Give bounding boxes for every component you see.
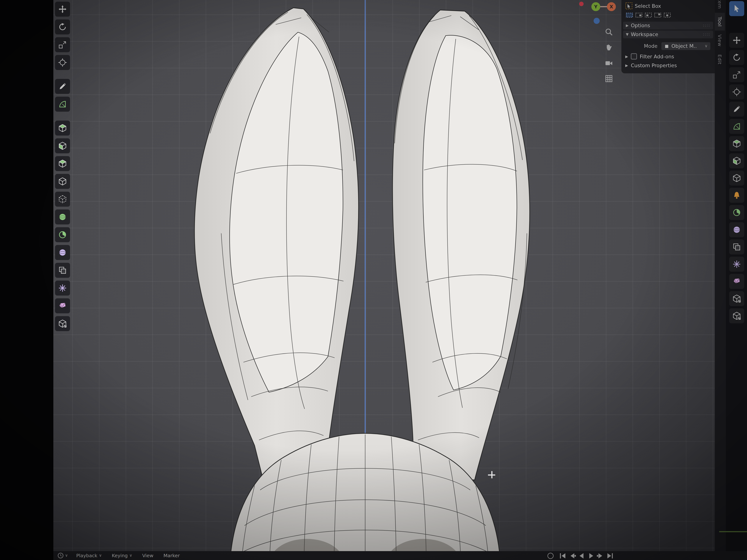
cube-tool-3[interactable] xyxy=(55,156,70,171)
y-axis-floor-line xyxy=(719,531,747,532)
transform-icon xyxy=(732,88,741,96)
select-mode-extend[interactable] xyxy=(635,11,643,19)
pie-tool[interactable] xyxy=(55,227,70,242)
sidebar-tab-tool[interactable]: Tool xyxy=(715,13,725,31)
select-mode-subtract[interactable] xyxy=(644,11,652,19)
axis-x-label: X xyxy=(610,4,613,9)
axis-x-neg-ball[interactable] xyxy=(579,2,584,6)
rotate-icon xyxy=(58,23,67,31)
screenshot-root: Y X Select Box ▶ Options :::: ▼ Workspa xyxy=(0,0,747,560)
filter-addons-checkbox[interactable] xyxy=(631,53,637,59)
select-mode-row xyxy=(621,10,715,21)
menu-marker[interactable]: Marker xyxy=(158,553,185,558)
viewport-3d[interactable] xyxy=(53,0,715,551)
add-cube-tool[interactable] xyxy=(55,121,70,136)
active-tool-title: Select Box xyxy=(635,3,661,9)
scale-tool-2[interactable] xyxy=(729,67,744,82)
nav-gizmo[interactable]: Y X xyxy=(578,0,622,26)
duplicate-tool[interactable] xyxy=(55,263,70,278)
axis-y-ball[interactable]: Y xyxy=(591,2,600,11)
bell-tool[interactable] xyxy=(729,188,744,203)
menu-label: Marker xyxy=(163,553,180,558)
cube-icon xyxy=(58,177,67,186)
snowflake-tool[interactable] xyxy=(55,281,70,296)
sidebar-tab-view[interactable]: View xyxy=(715,31,725,50)
filter-addons-row[interactable]: ▶ Filter Add-ons xyxy=(621,52,715,61)
cube-arrow-tool-2[interactable] xyxy=(729,291,744,306)
jump-end-button[interactable] xyxy=(607,552,614,559)
axis-x-ball[interactable]: X xyxy=(607,2,616,11)
scale-tool[interactable] xyxy=(55,37,70,52)
custom-properties-row[interactable]: ▶ Custom Properties xyxy=(621,61,715,70)
transform-icon xyxy=(58,58,67,67)
zoom-button[interactable] xyxy=(603,27,614,37)
camera-button[interactable] xyxy=(603,58,614,68)
duplicate-tool-2[interactable] xyxy=(729,239,744,255)
rotate-tool-2[interactable] xyxy=(729,50,744,65)
measure-tool[interactable] xyxy=(55,97,70,112)
cubeFace-icon xyxy=(732,157,741,165)
sidebar-tab-edit[interactable]: Edit xyxy=(715,51,725,68)
cube-arrow-tool[interactable] xyxy=(55,316,70,331)
collapse-arrow-icon: ▶ xyxy=(625,63,628,68)
next-keyframe-button[interactable] xyxy=(597,552,604,559)
cube-tool-2[interactable] xyxy=(55,138,70,153)
annotate-tool-2[interactable] xyxy=(729,102,744,117)
pie-icon xyxy=(732,208,741,217)
sphere-tool-2[interactable] xyxy=(729,222,744,237)
rotate-tool[interactable] xyxy=(55,20,70,34)
auto-keying-button[interactable] xyxy=(547,553,553,559)
metaball-tool[interactable] xyxy=(55,209,70,224)
sidebar-tab-item[interactable]: Item xyxy=(715,0,725,13)
options-section-header[interactable]: ▶ Options :::: xyxy=(623,22,713,29)
hand-icon xyxy=(604,43,613,52)
select-mode-set[interactable] xyxy=(625,11,634,19)
cube-tool-3b[interactable] xyxy=(729,170,744,186)
transform-tool[interactable] xyxy=(55,55,70,70)
cube-arrow-tool-3[interactable] xyxy=(729,308,744,323)
select-mode-invert[interactable] xyxy=(654,11,662,19)
sidebar-tabs-strip: ItemToolViewEdit xyxy=(715,0,726,551)
sphere-tool[interactable] xyxy=(55,245,70,260)
jump-start-button[interactable] xyxy=(559,552,566,559)
drag-handle-icon[interactable]: :::: xyxy=(703,23,710,28)
move-tool[interactable] xyxy=(55,2,70,17)
select-mode-intersect[interactable] xyxy=(663,11,671,19)
prev-keyframe-button[interactable] xyxy=(569,552,576,559)
workspace-section-header[interactable]: ▼ Workspace :::: xyxy=(623,31,713,38)
tool-settings-panel: Select Box ▶ Options :::: ▼ Workspace ::… xyxy=(621,0,715,73)
pie-tool-2[interactable] xyxy=(729,205,744,220)
axis-z-ball[interactable] xyxy=(594,18,600,24)
cube-tool-2b[interactable] xyxy=(729,153,744,168)
cubeTop-icon xyxy=(58,159,67,168)
play-reverse-button[interactable] xyxy=(578,552,585,559)
menu-playback[interactable]: Playback∨ xyxy=(71,553,107,558)
grid-button[interactable] xyxy=(603,73,614,83)
snowflake-tool-2[interactable] xyxy=(729,257,744,272)
pan-button[interactable] xyxy=(603,42,614,52)
view-controls xyxy=(603,27,614,83)
select-cursor-tool[interactable] xyxy=(729,1,744,16)
cubeFace-icon xyxy=(58,142,67,150)
purple-cube-tool-2[interactable] xyxy=(729,274,744,289)
menu-view[interactable]: View xyxy=(137,553,159,558)
cube-tool-5[interactable] xyxy=(55,192,70,207)
cube-tool-4[interactable] xyxy=(55,174,70,189)
playRev-icon xyxy=(577,552,586,560)
options-label: Options xyxy=(631,23,701,28)
add-cube-tool-2[interactable] xyxy=(729,136,744,151)
annotate-tool[interactable] xyxy=(55,79,70,94)
editor-type-button[interactable]: ∨ xyxy=(56,552,71,559)
scale-icon xyxy=(58,41,67,49)
mode-dropdown[interactable]: Object M.. ∨ xyxy=(661,42,711,51)
object-mode-icon xyxy=(664,44,669,49)
cubeTop-icon xyxy=(732,139,741,148)
play-button[interactable] xyxy=(588,552,595,559)
drag-handle-icon[interactable]: :::: xyxy=(703,32,710,37)
transform-tool-2[interactable] xyxy=(729,84,744,100)
measure-tool-2[interactable] xyxy=(729,119,744,134)
protractor-icon xyxy=(58,100,67,108)
purple-cube-tool[interactable] xyxy=(55,298,70,313)
move-tool-2[interactable] xyxy=(729,33,744,48)
menu-keying[interactable]: Keying∨ xyxy=(107,553,137,558)
